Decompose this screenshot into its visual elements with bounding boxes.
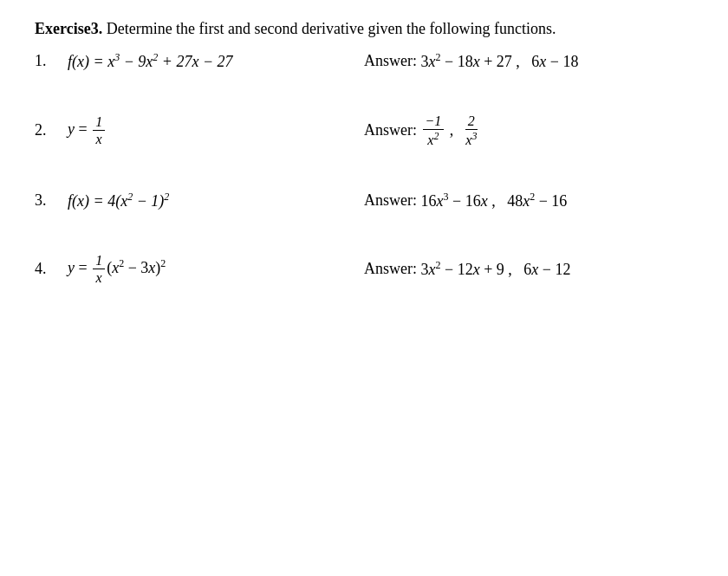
answer-content-3: 16x3 − 16x , 48x2 − 16 bbox=[421, 191, 568, 210]
problem-1-equation: f(x) = x3 − 9x2 + 27x − 27 bbox=[68, 51, 233, 71]
problem-1-number: 1. bbox=[35, 52, 61, 70]
problem-1-row: 1. f(x) = x3 − 9x2 + 27x − 27 Answer: 3x… bbox=[35, 51, 693, 71]
problem-4-row: 4. y = 1 x (x2 − 3x)2 Answer: 3x2 − 12x … bbox=[35, 252, 693, 286]
answer-label-2: Answer: bbox=[364, 121, 421, 139]
problem-4-number: 4. bbox=[35, 260, 61, 278]
problem-3-lhs: 3. f(x) = 4(x2 − 1)2 bbox=[35, 191, 364, 210]
problem-2-row: 2. y = 1 x Answer: −1 x2 , 2 x3 bbox=[35, 113, 693, 149]
problem-2-number: 2. bbox=[35, 121, 61, 139]
problem-4-answer: Answer: 3x2 − 12x + 9 , 6x − 12 bbox=[364, 259, 693, 279]
answer-label-1: Answer: bbox=[364, 52, 421, 70]
fraction-1-over-x-eq4: 1 x bbox=[93, 252, 105, 286]
problem-4-equation: y = 1 x (x2 − 3x)2 bbox=[68, 252, 166, 286]
problem-3-number: 3. bbox=[35, 191, 61, 210]
answer-label-4: Answer: bbox=[364, 260, 421, 278]
exercise-header: Exercise3. Determine the first and secon… bbox=[35, 17, 693, 41]
answer-content-1: 3x2 − 18x + 27 , 6x − 18 bbox=[421, 51, 579, 71]
problem-1-lhs: 1. f(x) = x3 − 9x2 + 27x − 27 bbox=[35, 51, 364, 71]
fraction-neg1-over-x2: −1 x2 bbox=[423, 113, 445, 149]
problem-3-row: 3. f(x) = 4(x2 − 1)2 Answer: 16x3 − 16x … bbox=[35, 191, 693, 210]
problem-2-equation: y = 1 x bbox=[68, 113, 107, 147]
exercise-description: Determine the first and second derivativ… bbox=[107, 20, 556, 37]
problem-4-lhs: 4. y = 1 x (x2 − 3x)2 bbox=[35, 252, 364, 286]
exercise-title: Exercise3. bbox=[35, 20, 102, 37]
fraction-1-over-x: 1 x bbox=[93, 113, 105, 147]
problem-3-answer: Answer: 16x3 − 16x , 48x2 − 16 bbox=[364, 191, 693, 210]
fraction-2-over-x3: 2 x3 bbox=[463, 113, 479, 149]
problem-1-answer: Answer: 3x2 − 18x + 27 , 6x − 18 bbox=[364, 51, 693, 71]
problem-2-answer: Answer: −1 x2 , 2 x3 bbox=[364, 113, 693, 149]
comma-2: , bbox=[445, 121, 461, 139]
answer-label-3: Answer: bbox=[364, 191, 421, 210]
problem-2-lhs: 2. y = 1 x bbox=[35, 113, 364, 147]
problem-3-equation: f(x) = 4(x2 − 1)2 bbox=[68, 191, 169, 210]
answer-content-4: 3x2 − 12x + 9 , 6x − 12 bbox=[421, 259, 571, 279]
